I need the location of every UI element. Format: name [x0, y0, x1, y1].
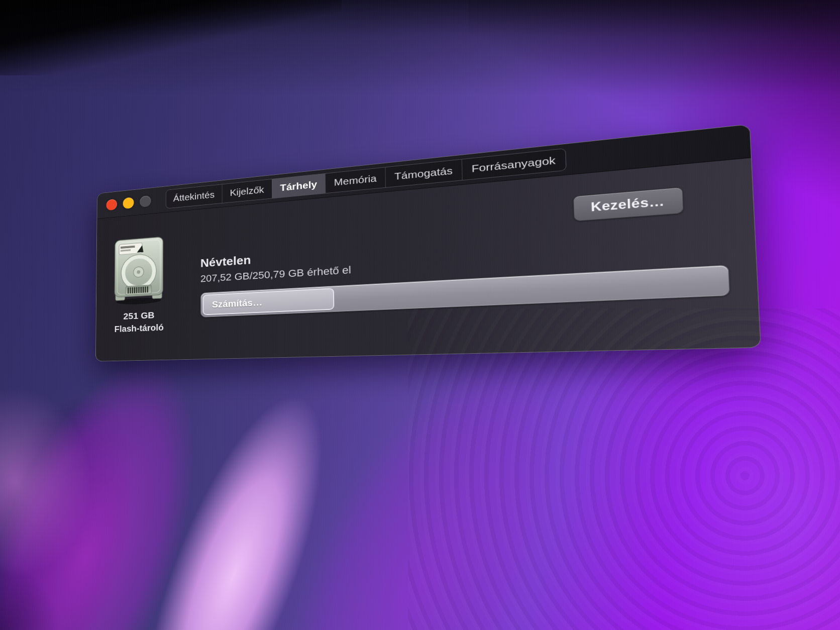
calculating-segment: Számítás… — [202, 288, 334, 315]
wallpaper-pink-glow — [0, 352, 121, 613]
photo-top-shade — [0, 0, 840, 95]
tab-memory[interactable]: Memória — [325, 167, 385, 193]
tab-overview[interactable]: Áttekintés — [166, 184, 222, 208]
minimize-button[interactable] — [123, 197, 134, 209]
tab-resources[interactable]: Forrásanyagok — [462, 149, 566, 180]
traffic-lights — [106, 195, 151, 211]
about-this-mac-window: Áttekintés Kijelzők Tárhely Memória Támo… — [95, 124, 761, 362]
tab-displays[interactable]: Kijelzők — [222, 179, 272, 203]
volume-name: Névtelen — [200, 253, 251, 270]
manage-button[interactable]: Kezelés… — [573, 187, 684, 222]
moire-artifact — [408, 308, 840, 630]
photographed-screen: Áttekintés Kijelzők Tárhely Memória Támo… — [0, 0, 840, 630]
tab-storage[interactable]: Tárhely — [272, 174, 326, 198]
wallpaper-corner-shade — [0, 479, 131, 630]
tab-support[interactable]: Támogatás — [385, 160, 462, 187]
disk-type-label: Flash-tároló — [102, 322, 176, 335]
close-button[interactable] — [106, 199, 117, 211]
zoom-button-disabled — [140, 195, 151, 207]
hard-disk-icon — [112, 235, 165, 306]
disk-caption: 251 GB Flash-tároló — [102, 309, 176, 335]
disk-size-label: 251 GB — [103, 309, 176, 323]
monitor-bezel-corner — [0, 0, 342, 75]
